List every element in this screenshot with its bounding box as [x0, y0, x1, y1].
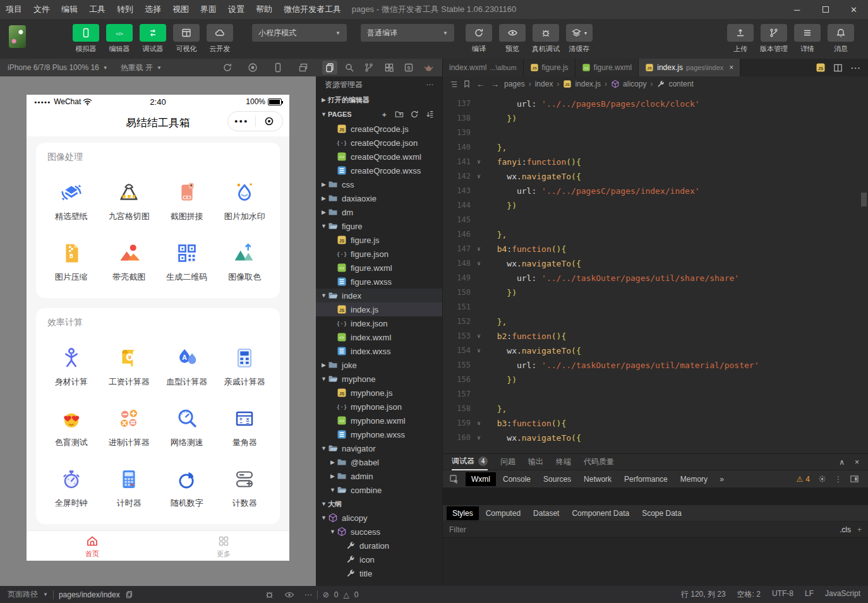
- app-item-timer[interactable]: 计时器: [100, 465, 159, 509]
- debugger-tab-输出[interactable]: 输出: [528, 454, 543, 470]
- 预览-button[interactable]: 预览: [498, 24, 527, 54]
- fold-chevron-icon[interactable]: ∨: [471, 343, 487, 358]
- filter-input[interactable]: Filter: [449, 525, 466, 534]
- status-item[interactable]: 空格: 2: [737, 589, 761, 600]
- editor-tab-figure.js[interactable]: JSfigure.js: [524, 59, 576, 76]
- app-item-ninegrid[interactable]: 九宫格切图: [100, 178, 159, 222]
- styles-tab-Computed[interactable]: Computed: [480, 506, 526, 520]
- tree-item-myphone.wxml[interactable]: <>myphone.wxml: [316, 414, 442, 427]
- fold-chevron-icon[interactable]: ∨: [471, 431, 487, 445]
- breadcrumb-item-pages[interactable]: pages: [504, 80, 525, 88]
- styles-tab-Dataset[interactable]: Dataset: [527, 506, 565, 520]
- breadcrumb-item-alicopy[interactable]: alicopy: [611, 80, 646, 88]
- menu-item-9[interactable]: 帮助: [250, 0, 278, 19]
- breadcrumb-item-index.js[interactable]: JSindex.js: [563, 80, 601, 88]
- styles-tab-Styles[interactable]: Styles: [447, 506, 479, 520]
- close-icon[interactable]: ×: [729, 63, 733, 72]
- code-editor[interactable]: 137 url: '../../pagesB/pages/clock/clock…: [443, 92, 868, 453]
- tree-item-myphone.wxss[interactable]: myphone.wxss: [316, 427, 442, 441]
- tree-item-dm[interactable]: ▶dm: [316, 205, 442, 219]
- debugger-tab-代码质量[interactable]: 代码质量: [584, 454, 614, 470]
- tree-item-figure[interactable]: ▼figure: [316, 219, 442, 233]
- tree-item-navigator[interactable]: ▼navigator: [316, 441, 442, 455]
- fold-chevron-icon[interactable]: ∨: [471, 242, 487, 256]
- pages-section-header[interactable]: ▼ PAGES ＋: [316, 107, 442, 122]
- tree-item-index.json[interactable]: {·}index.json: [316, 316, 442, 330]
- open-editors-section[interactable]: ▶ 打开的编辑器: [316, 93, 442, 107]
- editor-tab-index.wxml[interactable]: index.wxml...\album: [443, 59, 524, 76]
- app-item-colorpick[interactable]: 图像取色: [216, 239, 274, 283]
- more-actions-icon[interactable]: ⋯: [426, 80, 433, 89]
- tree-item-alicopy[interactable]: ▼alicopy: [316, 511, 442, 525]
- app-item-salary[interactable]: ¥工资计算器: [100, 343, 159, 388]
- device-select[interactable]: iPhone 6/7/8 Plus 100% 16: [8, 63, 99, 72]
- tabbar-item-more[interactable]: 更多: [158, 531, 289, 561]
- tree-item-createQrcode.wxml[interactable]: <>createQrcode.wxml: [316, 150, 442, 164]
- tree-item-createQrcode.js[interactable]: JScreateQrcode.js: [316, 122, 442, 136]
- 云开发-button[interactable]: 云开发: [205, 24, 234, 54]
- debugger-tab-调试器[interactable]: 调试器4: [452, 454, 488, 470]
- tree-item-index.js[interactable]: JSindex.js: [316, 302, 442, 316]
- menu-item-7[interactable]: 界面: [195, 0, 222, 19]
- fold-chevron-icon[interactable]: ∨: [471, 416, 487, 431]
- tabbar-item-home[interactable]: 首页: [27, 531, 158, 561]
- eye-icon[interactable]: [284, 590, 294, 600]
- search-icon[interactable]: [342, 61, 357, 75]
- collapse-panel-icon[interactable]: ∧: [839, 458, 845, 467]
- devtools-tab-Memory[interactable]: Memory: [675, 472, 713, 486]
- tree-item-myphone.json[interactable]: {·}myphone.json: [316, 400, 442, 414]
- collapse-all-icon[interactable]: [425, 109, 435, 119]
- editor-tab-index.js[interactable]: JSindex.jspages\index×: [639, 59, 740, 76]
- menu-item-10[interactable]: 微信开发者工具: [278, 0, 347, 19]
- maximize-button[interactable]: [811, 0, 840, 19]
- app-item-protractor[interactable]: +×−=量角器: [216, 404, 274, 448]
- tree-item-myphone[interactable]: ▼myphone: [316, 372, 442, 386]
- devtools-tab-Network[interactable]: Network: [578, 472, 617, 486]
- dock-side-icon[interactable]: [850, 474, 859, 484]
- menu-item-6[interactable]: 视图: [167, 0, 195, 19]
- split-editor-icon[interactable]: [833, 63, 843, 73]
- 版本管理-button[interactable]: 版本管理: [759, 24, 788, 54]
- multi-window-icon[interactable]: [298, 63, 308, 73]
- tree-item-figure.js[interactable]: JSfigure.js: [316, 233, 442, 247]
- cls-toggle[interactable]: .cls: [840, 525, 851, 534]
- app-item-blood[interactable]: A血型计算器: [158, 343, 216, 388]
- 调试器-button[interactable]: 调试器: [138, 24, 167, 54]
- breadcrumb-item-index[interactable]: index: [535, 80, 553, 88]
- compile-select[interactable]: 普通编译 ▼: [361, 24, 454, 42]
- breadcrumb-item-content[interactable]: content: [656, 80, 693, 88]
- copy-icon[interactable]: [125, 590, 133, 599]
- status-item[interactable]: UTF-8: [772, 589, 793, 600]
- git-branch-icon[interactable]: [361, 61, 377, 75]
- tree-item-figure.json[interactable]: {·}figure.json: [316, 247, 442, 261]
- minimize-button[interactable]: ─: [783, 0, 811, 19]
- devtools-tab-Wxml[interactable]: Wxml: [466, 472, 496, 486]
- more-actions-icon[interactable]: ⋯: [850, 62, 860, 74]
- menu-item-2[interactable]: 编辑: [56, 0, 83, 19]
- tree-item-icon[interactable]: icon: [316, 552, 442, 566]
- tree-item-joke[interactable]: ▶joke: [316, 358, 442, 372]
- tree-item-index.wxss[interactable]: index.wxss: [316, 344, 442, 358]
- menu-item-0[interactable]: 项目: [0, 0, 28, 19]
- tree-item-figure.wxml[interactable]: <>figure.wxml: [316, 261, 442, 275]
- devtools-tab-Sources[interactable]: Sources: [538, 472, 577, 486]
- app-item-random[interactable]: 随机数字: [158, 465, 216, 509]
- extensions-icon[interactable]: [382, 61, 397, 75]
- new-file-icon[interactable]: ＋: [379, 109, 389, 119]
- tree-item-createQrcode.json[interactable]: {·}createQrcode.json: [316, 136, 442, 150]
- app-item-relative[interactable]: 亲戚计算器: [216, 343, 274, 388]
- refresh-icon[interactable]: [222, 63, 232, 73]
- add-style-icon[interactable]: +: [857, 525, 862, 534]
- devtools-tab-Console[interactable]: Console: [497, 472, 536, 486]
- back-icon[interactable]: ←: [475, 80, 486, 89]
- files-icon[interactable]: [322, 61, 337, 75]
- debugger-tab-终端[interactable]: 终端: [556, 454, 571, 470]
- tree-item-duration[interactable]: duration: [316, 539, 442, 552]
- 编译-button[interactable]: 编译: [464, 24, 493, 54]
- 模拟器-button[interactable]: 模拟器: [71, 24, 100, 54]
- 详情-button[interactable]: 详情: [793, 24, 822, 54]
- tab-overflow-icon[interactable]: »: [714, 475, 729, 484]
- close-panel-icon[interactable]: ×: [855, 458, 859, 467]
- tree-item-figure.wxss[interactable]: figure.wxss: [316, 275, 442, 289]
- phone-icon[interactable]: [273, 63, 283, 73]
